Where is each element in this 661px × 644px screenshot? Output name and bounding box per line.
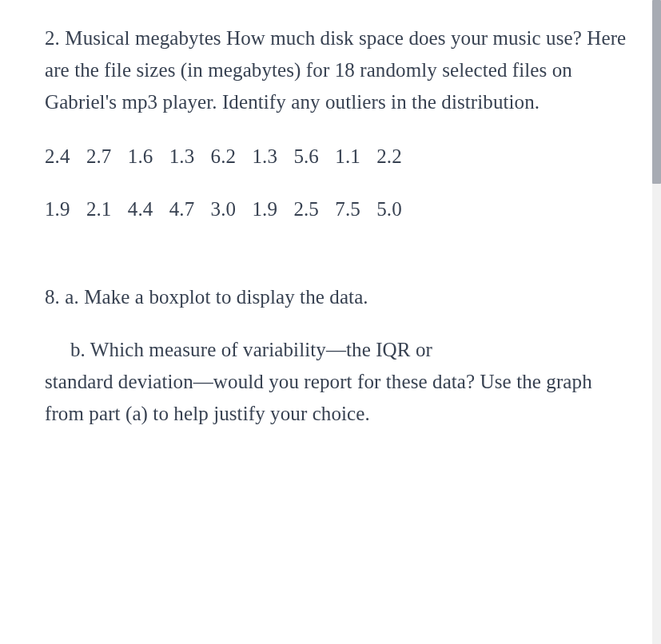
data-row-1: 2.4 2.7 1.6 1.3 6.2 1.3 5.6 1.1 2.2: [45, 141, 631, 173]
part-b-first-line: b. Which measure of variability—the IQR …: [45, 334, 631, 366]
data-row-2: 1.9 2.1 4.4 4.7 3.0 1.9 2.5 7.5 5.0: [45, 193, 631, 225]
question-8-part-a: 8. a. Make a boxplot to display the data…: [45, 281, 631, 313]
scrollbar-track[interactable]: [652, 0, 661, 644]
question-8: 8. a. Make a boxplot to display the data…: [45, 281, 631, 430]
scrollbar-thumb[interactable]: [652, 0, 661, 184]
question-8-part-b: b. Which measure of variability—the IQR …: [45, 334, 631, 430]
question-2-text: 2. Musical megabytes How much disk space…: [45, 22, 631, 118]
document-content: 2. Musical megabytes How much disk space…: [0, 0, 661, 452]
part-b-rest: standard deviation—would you report for …: [45, 366, 631, 430]
